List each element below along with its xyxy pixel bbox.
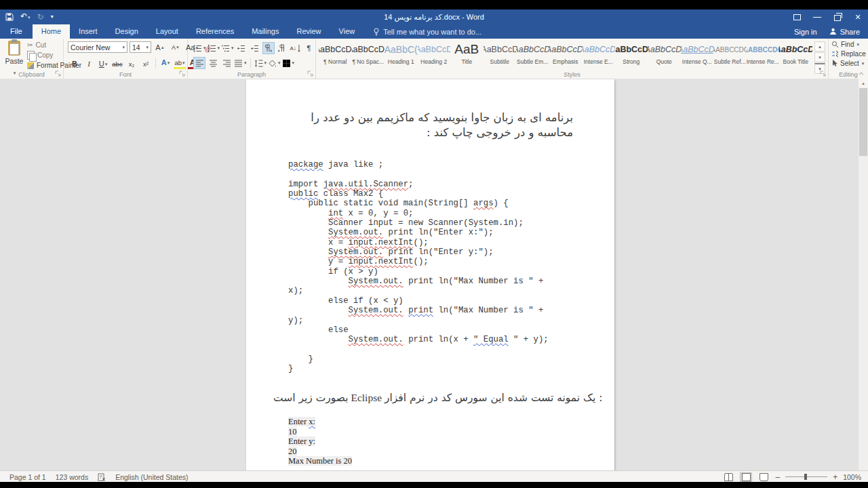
style-label: Intense Re... bbox=[747, 58, 780, 65]
tab-design[interactable]: Design bbox=[106, 24, 147, 39]
page-indicator[interactable]: Page 1 of 1 bbox=[9, 473, 46, 481]
sign-in-button[interactable]: Sign in bbox=[794, 28, 817, 36]
underline-button[interactable]: U▾ bbox=[96, 58, 110, 69]
increase-indent-button[interactable] bbox=[249, 42, 261, 54]
close-button[interactable]: × bbox=[848, 9, 868, 24]
zoom-slider[interactable] bbox=[785, 476, 827, 477]
style-chip-subtitle[interactable]: AaBbCcDSubtitle bbox=[484, 41, 517, 69]
language-indicator[interactable]: English (United States) bbox=[115, 473, 188, 481]
ltr-direction-button[interactable] bbox=[262, 42, 275, 54]
group-paragraph: ▾ ▾ ▾ A↓ ¶ ▾ ▾ ▾ ▾ Paragraph bbox=[188, 39, 316, 79]
dialog-launcher-icon[interactable] bbox=[820, 70, 827, 77]
bullets-button[interactable]: ▾ bbox=[193, 42, 206, 54]
borders-button[interactable]: ▾ bbox=[282, 57, 295, 69]
rtl-direction-button[interactable] bbox=[276, 42, 288, 54]
style-chip-emphasis[interactable]: AaBbCcDiEmphasis bbox=[549, 41, 583, 69]
gallery-down-icon[interactable]: ▾ bbox=[814, 52, 825, 62]
codeline: y); bbox=[288, 316, 601, 325]
tab-mailings[interactable]: Mailings bbox=[243, 24, 288, 39]
superscript-button[interactable]: x² bbox=[139, 58, 153, 69]
shading-button[interactable]: ▾ bbox=[268, 57, 281, 69]
zoom-in-button[interactable]: + bbox=[833, 472, 837, 482]
style-chip-h2[interactable]: AaBbCcDHeading 2 bbox=[418, 41, 451, 69]
style-chip-subtleref[interactable]: AABBCCDCSubtle Ref... bbox=[713, 41, 747, 69]
word-count[interactable]: 123 words bbox=[56, 473, 88, 481]
sort-button[interactable]: A↓ bbox=[290, 42, 302, 54]
zoom-out-button[interactable]: – bbox=[775, 472, 780, 482]
align-right-button[interactable] bbox=[220, 57, 233, 69]
paste-button[interactable]: Paste ▾ bbox=[3, 41, 26, 70]
grow-font-button[interactable]: A▲ bbox=[153, 41, 167, 53]
tab-insert[interactable]: Insert bbox=[70, 24, 106, 39]
tab-home[interactable]: Home bbox=[33, 24, 70, 39]
style-chip-intensee[interactable]: AaBbCcDiIntense E... bbox=[582, 41, 615, 69]
letterbox-strip bbox=[0, 482, 868, 488]
proofing-status-icon[interactable] bbox=[98, 473, 106, 481]
style-chip-h1[interactable]: AaBbC(Heading 1 bbox=[384, 41, 418, 69]
status-bar: Page 1 of 1 123 words English (United St… bbox=[0, 470, 868, 483]
style-chip-title[interactable]: AaBTitle bbox=[450, 41, 484, 69]
subscript-button[interactable]: x₂ bbox=[125, 58, 138, 69]
line-spacing-button[interactable]: ▾ bbox=[254, 57, 267, 69]
style-chip-quote[interactable]: AaBbCcDiQuote bbox=[648, 41, 681, 69]
italic-button[interactable]: I bbox=[82, 58, 96, 69]
tab-file[interactable]: File bbox=[0, 24, 33, 39]
numbering-button[interactable]: ▾ bbox=[208, 42, 220, 54]
font-name-combo[interactable]: Courier New▾ bbox=[68, 41, 127, 53]
read-mode-icon[interactable] bbox=[722, 472, 734, 482]
web-layout-icon[interactable] bbox=[757, 472, 770, 482]
style-chip-intenseref[interactable]: AABBCCDCIntense Re... bbox=[747, 41, 780, 69]
style-chip-subtleem[interactable]: AaBbCcDiSubtle Em... bbox=[516, 41, 549, 69]
style-sample: AABBCCDC bbox=[713, 41, 747, 58]
justify-button[interactable]: ▾ bbox=[234, 57, 247, 69]
share-button[interactable]: Share bbox=[829, 28, 860, 36]
scroll-up-icon[interactable]: ▴ bbox=[859, 79, 868, 87]
style-label: Strong bbox=[615, 58, 648, 65]
shrink-font-button[interactable]: A▼ bbox=[169, 41, 182, 53]
style-label: ¶ No Spac... bbox=[352, 58, 385, 65]
style-sample: AaBbCcD bbox=[418, 41, 451, 58]
dialog-launcher-icon[interactable] bbox=[55, 70, 62, 77]
tab-references[interactable]: References bbox=[187, 24, 243, 39]
zoom-slider-thumb[interactable] bbox=[804, 474, 807, 480]
style-sample: AaBbCcDc bbox=[319, 41, 352, 58]
style-chip-booktitle[interactable]: AaBbCcDiBook Title bbox=[779, 41, 812, 69]
style-sample: AaBbCcDi bbox=[516, 41, 549, 58]
style-chip-normal[interactable]: AaBbCcDc¶ Normal bbox=[319, 41, 352, 69]
highlight-button[interactable]: ab▾ bbox=[173, 56, 186, 70]
align-center-button[interactable] bbox=[207, 57, 219, 69]
person-icon bbox=[829, 28, 837, 35]
gallery-up-icon[interactable]: ▴ bbox=[814, 41, 825, 52]
decrease-indent-button[interactable] bbox=[235, 42, 248, 54]
style-label: Intense E... bbox=[582, 58, 615, 65]
tell-me-box[interactable]: Tell me what you want to do... bbox=[373, 24, 481, 39]
print-layout-icon[interactable] bbox=[740, 472, 752, 482]
tab-view[interactable]: View bbox=[330, 24, 364, 39]
multilevel-list-button[interactable]: ▾ bbox=[221, 42, 234, 54]
font-size-combo[interactable]: 14▾ bbox=[130, 41, 151, 53]
dialog-launcher-icon[interactable] bbox=[307, 70, 314, 77]
collapse-ribbon-icon[interactable] bbox=[858, 71, 865, 77]
replace-button[interactable]: Replace bbox=[831, 50, 868, 58]
restore-button[interactable] bbox=[827, 9, 848, 24]
zoom-level[interactable]: 100% bbox=[843, 473, 861, 481]
strikethrough-button[interactable]: abc bbox=[111, 58, 124, 69]
bold-button[interactable]: B bbox=[68, 58, 81, 69]
style-chip-intenseq[interactable]: AaBbCcDiIntense Q... bbox=[681, 41, 714, 69]
find-button[interactable]: Find▾ bbox=[831, 41, 868, 48]
show-paragraph-marks-button[interactable]: ¶ bbox=[303, 42, 315, 54]
minimize-button[interactable]: — bbox=[807, 9, 827, 24]
align-left-button[interactable] bbox=[193, 57, 205, 69]
select-button[interactable]: Select▾ bbox=[831, 60, 868, 67]
text-effects-button[interactable]: A▾ bbox=[159, 56, 172, 70]
dialog-launcher-icon[interactable] bbox=[179, 70, 186, 77]
style-chip-nospace[interactable]: AaBbCcDc¶ No Spac... bbox=[352, 41, 385, 69]
tab-layout[interactable]: Layout bbox=[147, 24, 187, 39]
vertical-scrollbar[interactable]: ▴ bbox=[859, 79, 868, 470]
scrollbar-thumb[interactable] bbox=[859, 88, 867, 156]
document-page[interactable]: برنامه ای به زبان جاوا بنویسید که ماکزیم… bbox=[246, 79, 614, 470]
style-chip-strong[interactable]: AaBbCcDcStrong bbox=[615, 41, 648, 69]
style-label: Intense Q... bbox=[681, 58, 714, 65]
ribbon-display-options-icon[interactable] bbox=[787, 9, 807, 24]
tab-review[interactable]: Review bbox=[288, 24, 330, 39]
